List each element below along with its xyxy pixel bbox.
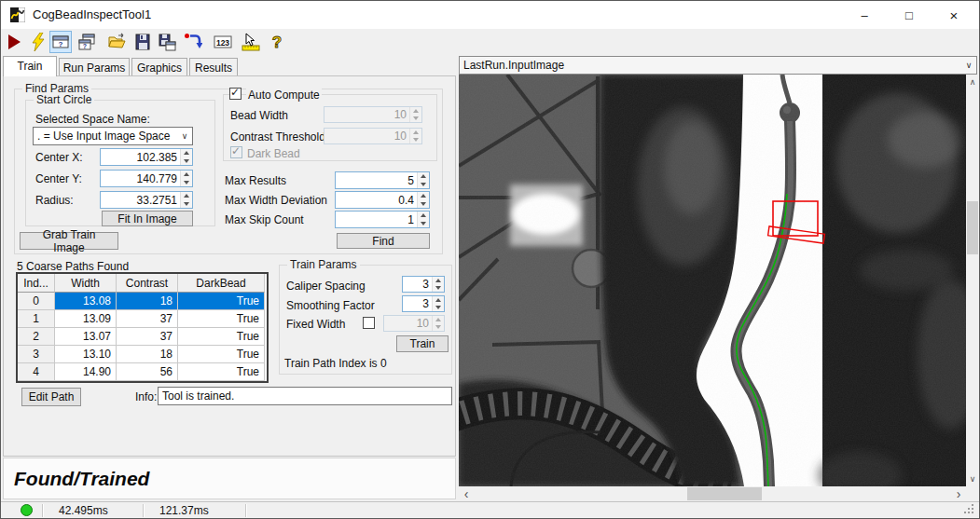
chevron-down-icon[interactable] xyxy=(177,131,192,141)
table-row[interactable]: 1 13.09 37 True xyxy=(18,310,267,328)
scroll-down-icon[interactable] xyxy=(966,471,979,486)
edit-path-button[interactable]: Edit Path xyxy=(21,388,81,406)
cell-contrast[interactable]: 37 xyxy=(117,310,178,328)
spin-up-icon[interactable] xyxy=(418,192,429,200)
caliper-spacing-spin-buttons[interactable] xyxy=(432,277,444,292)
minimize-icon[interactable]: – xyxy=(843,1,886,29)
spin-down-icon[interactable] xyxy=(181,179,192,187)
cell-contrast[interactable]: 18 xyxy=(117,293,178,310)
cell-width[interactable]: 13.10 xyxy=(55,346,117,363)
spin-down-icon[interactable] xyxy=(181,157,192,166)
column-header-contrast[interactable]: Contrast xyxy=(117,274,178,293)
max-results-spin-buttons[interactable] xyxy=(417,172,429,188)
max-results-input[interactable] xyxy=(336,172,417,188)
spin-down-icon[interactable] xyxy=(433,284,444,292)
smoothing-factor-input[interactable] xyxy=(403,296,432,311)
fixed-width-checkbox[interactable] xyxy=(363,317,375,329)
cell-index[interactable]: 2 xyxy=(18,328,55,346)
cell-width[interactable]: 13.09 xyxy=(55,310,117,328)
max-width-deviation-spin-buttons[interactable] xyxy=(417,192,429,208)
horizontal-scrollbar-thumb[interactable] xyxy=(687,487,762,500)
fit-in-image-button[interactable]: Fit In Image xyxy=(102,211,193,226)
run-button[interactable] xyxy=(3,31,25,53)
resize-grip[interactable] xyxy=(964,504,975,515)
caliper-spacing-field[interactable] xyxy=(402,276,445,293)
spin-up-icon[interactable] xyxy=(433,296,444,304)
spin-up-icon[interactable] xyxy=(181,149,192,157)
max-skip-count-field[interactable] xyxy=(335,211,430,228)
max-width-deviation-field[interactable] xyxy=(335,191,430,209)
center-x-field[interactable] xyxy=(100,148,193,166)
cell-width[interactable]: 13.08 xyxy=(55,293,117,310)
spin-down-icon[interactable] xyxy=(418,181,429,189)
cell-darkbead[interactable]: True xyxy=(178,293,265,310)
radius-field[interactable] xyxy=(100,191,193,209)
tab-run-params[interactable]: Run Params xyxy=(59,58,130,75)
scroll-left-icon[interactable] xyxy=(459,486,474,501)
center-x-input[interactable] xyxy=(101,149,180,165)
numeric-display-button[interactable]: 123 xyxy=(212,31,234,53)
spin-down-icon[interactable] xyxy=(181,200,192,209)
spin-up-icon[interactable] xyxy=(418,172,429,181)
pointer-ruler-button[interactable] xyxy=(240,31,262,53)
center-x-spin-buttons[interactable] xyxy=(180,149,192,165)
reset-button[interactable] xyxy=(182,31,204,53)
info-textbox[interactable] xyxy=(158,387,452,405)
tab-results[interactable]: Results xyxy=(189,58,238,75)
find-button[interactable]: Find xyxy=(337,233,430,249)
coarse-paths-table[interactable]: Ind... Width Contrast DarkBead 0 13.08 1… xyxy=(16,272,269,383)
spin-down-icon[interactable] xyxy=(433,304,444,311)
table-row[interactable]: 4 14.90 56 True xyxy=(18,363,267,381)
spin-down-icon[interactable] xyxy=(418,220,429,228)
spin-up-icon[interactable] xyxy=(433,277,444,284)
center-y-field[interactable] xyxy=(100,170,193,187)
spin-up-icon[interactable] xyxy=(181,171,192,179)
max-width-deviation-input[interactable] xyxy=(336,192,417,208)
vertical-scrollbar-thumb[interactable] xyxy=(967,201,978,254)
spin-down-icon[interactable] xyxy=(418,200,429,209)
cell-contrast[interactable]: 18 xyxy=(117,346,178,363)
cell-index[interactable]: 3 xyxy=(18,346,55,363)
save-button[interactable] xyxy=(131,31,154,53)
horizontal-scrollbar[interactable] xyxy=(459,486,966,501)
cell-darkbead[interactable]: True xyxy=(178,328,265,346)
smoothing-factor-spin-buttons[interactable] xyxy=(432,296,444,311)
tab-train[interactable]: Train xyxy=(3,56,57,76)
spin-up-icon[interactable] xyxy=(181,192,192,200)
close-icon[interactable]: × xyxy=(932,1,975,29)
cell-contrast[interactable]: 56 xyxy=(117,363,178,381)
cell-darkbead[interactable]: True xyxy=(178,346,265,363)
table-row[interactable]: 3 13.10 18 True xyxy=(18,346,267,363)
help-button[interactable]: ? xyxy=(266,31,288,53)
cell-width[interactable]: 14.90 xyxy=(55,363,117,381)
spin-up-icon[interactable] xyxy=(418,212,429,220)
image-display-area[interactable] xyxy=(459,75,966,486)
max-skip-count-input[interactable] xyxy=(336,212,417,227)
selected-space-combo[interactable]: . = Use Input Image Space xyxy=(33,127,193,145)
caliper-spacing-input[interactable] xyxy=(403,277,432,292)
cell-index[interactable]: 1 xyxy=(18,310,55,328)
auto-compute-checkbox[interactable] xyxy=(229,88,242,100)
display-selector-combo[interactable]: LastRun.InputImage xyxy=(459,56,977,75)
save-image-button[interactable] xyxy=(156,31,178,53)
scroll-up-icon[interactable] xyxy=(966,75,979,89)
smoothing-factor-field[interactable] xyxy=(402,295,445,312)
cell-index[interactable]: 4 xyxy=(18,363,55,381)
tab-graphics[interactable]: Graphics xyxy=(131,58,187,75)
cell-contrast[interactable]: 37 xyxy=(117,328,178,346)
cell-darkbead[interactable]: True xyxy=(178,310,265,328)
scroll-right-icon[interactable] xyxy=(951,486,966,501)
table-row[interactable]: 0 13.08 18 True xyxy=(18,293,267,310)
cell-index[interactable]: 0 xyxy=(18,293,55,310)
radius-input[interactable] xyxy=(101,192,180,208)
table-row[interactable]: 2 13.07 37 True xyxy=(18,328,267,346)
radius-spin-buttons[interactable] xyxy=(180,192,192,208)
center-y-input[interactable] xyxy=(101,171,180,186)
chevron-down-icon[interactable] xyxy=(961,61,976,70)
cascade-windows-button[interactable]: ? xyxy=(76,31,98,53)
center-y-spin-buttons[interactable] xyxy=(180,171,192,186)
floating-window-button[interactable]: ? xyxy=(49,31,72,53)
cell-width[interactable]: 13.07 xyxy=(55,328,117,346)
max-skip-count-spin-buttons[interactable] xyxy=(417,212,429,227)
maximize-icon[interactable]: □ xyxy=(888,1,931,29)
